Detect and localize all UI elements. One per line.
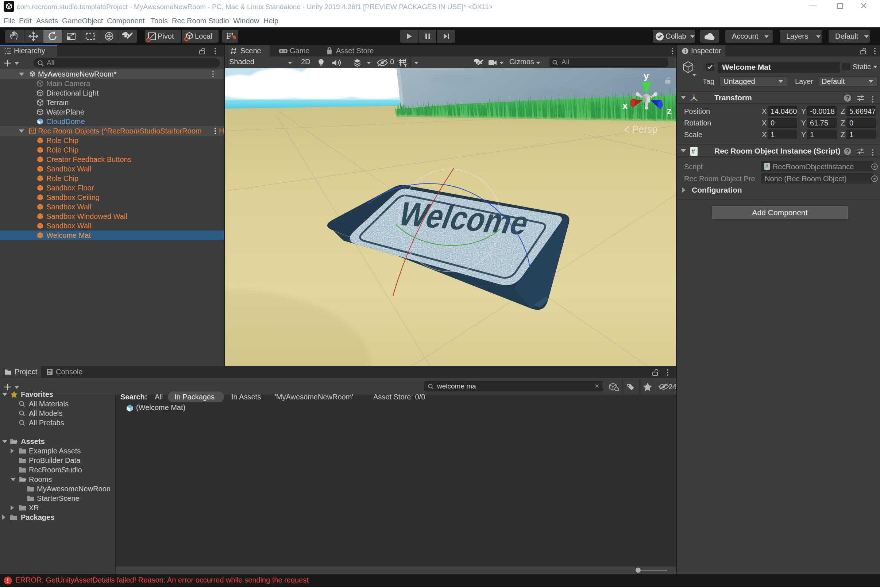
svg-text:?: ?	[846, 95, 850, 101]
svg-text:#: #	[691, 148, 695, 155]
svg-text:x: x	[622, 100, 628, 111]
svg-text:?: ?	[846, 148, 850, 154]
svg-text:y: y	[644, 70, 649, 81]
svg-text:z: z	[667, 105, 672, 116]
svg-text:Persp: Persp	[632, 124, 658, 135]
svg-text:#: #	[766, 164, 768, 169]
